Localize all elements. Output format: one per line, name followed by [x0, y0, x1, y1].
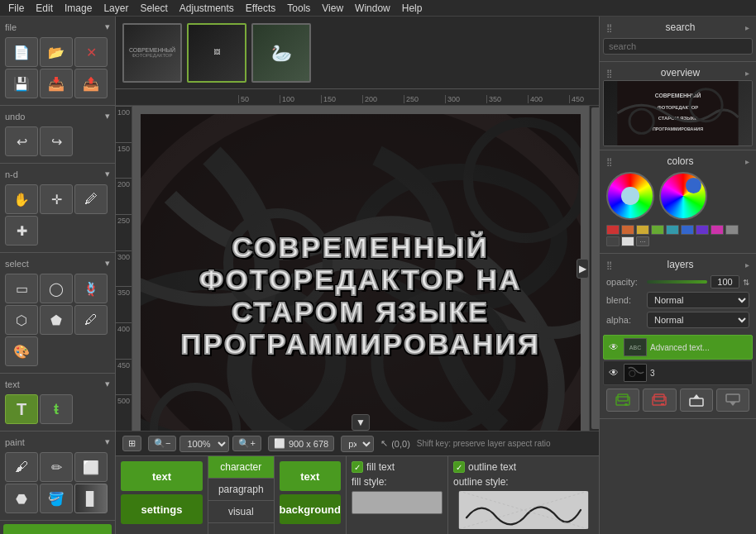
layers-header[interactable]: ⣿ layers ▸: [603, 257, 753, 272]
move-layer-up-button[interactable]: [680, 389, 713, 412]
thumbnail-1[interactable]: СОВРЕМЕННЫЙ ФОТОРЕДАКТОР: [122, 23, 182, 83]
section-header-nd[interactable]: n-d ▾: [2, 167, 113, 181]
bucket-tool[interactable]: 🪣: [40, 484, 73, 513]
layer-eye-icon-1[interactable]: 👁: [607, 341, 620, 354]
text-content-button[interactable]: text: [280, 461, 341, 491]
alpha-select[interactable]: Normal: [647, 312, 749, 328]
redo-button[interactable]: ↪: [40, 126, 73, 156]
text-tool[interactable]: T: [5, 394, 38, 424]
add-layer-button[interactable]: [606, 389, 639, 412]
search-input[interactable]: [603, 38, 753, 55]
swatch-4[interactable]: [666, 225, 679, 235]
layer-eye-icon-2[interactable]: 👁: [607, 366, 620, 379]
thumbnail-3[interactable]: 🦢: [251, 23, 311, 83]
open-file-button[interactable]: 📂: [40, 37, 73, 67]
fill-style-preview[interactable]: [352, 491, 443, 514]
menu-edit[interactable]: Edit: [31, 1, 58, 16]
zoom-in-button[interactable]: 🔍+: [232, 436, 261, 451]
settings-bottom-button[interactable]: settings: [121, 494, 203, 524]
text-panel-button[interactable]: text: [3, 524, 112, 534]
save-as-button[interactable]: 📥: [40, 69, 73, 98]
menu-window[interactable]: Window: [350, 1, 395, 16]
menu-layer[interactable]: Layer: [98, 1, 133, 16]
color-wheel-primary[interactable]: [606, 172, 654, 220]
outline-style-preview[interactable]: [453, 491, 594, 529]
section-header-select[interactable]: select ▾: [2, 256, 113, 270]
thumbnail-2[interactable]: 🖼: [187, 23, 246, 83]
zoom-out-button[interactable]: 🔍−: [148, 436, 176, 451]
swatch-9[interactable]: [606, 236, 620, 246]
section-header-file[interactable]: file ▾: [2, 20, 113, 34]
ellipse-select-tool[interactable]: ◯: [40, 274, 73, 303]
canvas-area[interactable]: СОВРЕМЕННЫЙ ФОТОРЕДАКТОР НА СТАРОМ ЯЗЫКЕ…: [132, 106, 589, 431]
menu-view[interactable]: View: [317, 1, 348, 16]
menu-effects[interactable]: Effects: [241, 1, 280, 16]
outline-text-checkbox[interactable]: ✓: [453, 461, 465, 473]
gradient-tool[interactable]: ▊: [74, 484, 108, 513]
close-file-button[interactable]: ✕: [74, 37, 108, 67]
color-wheel-secondary[interactable]: [659, 172, 707, 220]
color-select-tool[interactable]: 🎨: [5, 336, 38, 366]
search-collapse-icon[interactable]: ▸: [745, 23, 749, 32]
menu-file[interactable]: File: [3, 1, 29, 16]
scroll-down-button[interactable]: ▼: [352, 414, 370, 431]
move-tool[interactable]: ✛: [40, 184, 73, 214]
menu-select[interactable]: Select: [135, 1, 172, 16]
path-tool[interactable]: 🖊: [74, 305, 108, 335]
eyedropper-tool[interactable]: 🖉: [74, 184, 108, 214]
layers-collapse-icon[interactable]: ▸: [745, 260, 749, 269]
move-layer-down-button[interactable]: [716, 389, 749, 412]
export-button[interactable]: 📤: [74, 69, 108, 98]
new-file-button[interactable]: 📄: [5, 37, 38, 67]
menu-tools[interactable]: Tools: [282, 1, 315, 16]
menu-image[interactable]: Image: [60, 1, 97, 16]
overview-header[interactable]: ⣿ overview ▸: [603, 65, 753, 80]
more-swatches-button[interactable]: ···: [636, 236, 649, 246]
menu-help[interactable]: Help: [397, 1, 428, 16]
tab-paragraph[interactable]: paragraph: [208, 479, 274, 501]
delete-layer-button[interactable]: [643, 389, 676, 412]
opacity-arrows[interactable]: ⇅: [743, 278, 749, 287]
zoom-select[interactable]: 100%: [179, 436, 229, 452]
undo-button[interactable]: ↩: [5, 126, 38, 156]
pencil-tool[interactable]: ✏: [40, 452, 73, 482]
rect-select-tool[interactable]: ▭: [5, 274, 38, 303]
scroll-right-button[interactable]: ▶: [577, 259, 589, 279]
section-header-paint[interactable]: paint ▾: [2, 435, 113, 449]
vertical-scrollbar[interactable]: [589, 106, 599, 431]
text-bottom-button[interactable]: text: [121, 461, 203, 491]
section-header-undo[interactable]: undo ▾: [2, 109, 113, 123]
scroll-thumb[interactable]: [591, 107, 599, 429]
swatch-7[interactable]: [711, 225, 724, 235]
tab-visual[interactable]: visual: [208, 501, 274, 523]
menu-adjustments[interactable]: Adjustments: [175, 1, 239, 16]
eraser-tool[interactable]: ⬜: [74, 452, 108, 482]
section-header-text[interactable]: text ▾: [2, 377, 113, 391]
swatch-5[interactable]: [681, 225, 694, 235]
unit-select[interactable]: px: [341, 436, 374, 452]
background-button[interactable]: background: [280, 494, 341, 524]
swatch-1[interactable]: [621, 225, 634, 235]
lasso-tool[interactable]: 🪢: [74, 274, 108, 303]
poly-select-tool[interactable]: ⬡: [5, 305, 38, 335]
layer-item-text[interactable]: 👁 ABC Advanced text...: [603, 335, 753, 360]
opacity-value[interactable]: [711, 275, 739, 288]
colors-collapse-icon[interactable]: ▸: [745, 157, 749, 166]
swatch-10[interactable]: [621, 236, 634, 246]
swatch-6[interactable]: [696, 225, 709, 235]
fill-tool[interactable]: ⬣: [5, 484, 38, 513]
hand-tool[interactable]: ✋: [5, 184, 38, 214]
swatch-3[interactable]: [651, 225, 664, 235]
overview-collapse-icon[interactable]: ▸: [745, 69, 749, 78]
brush-tool[interactable]: 🖌: [5, 452, 38, 482]
crosshair-tool[interactable]: ✚: [5, 216, 38, 246]
swatch-8[interactable]: [725, 225, 739, 235]
colors-header[interactable]: ⣿ colors ▸: [603, 154, 753, 169]
tab-character[interactable]: character: [208, 456, 274, 479]
magic-select-tool[interactable]: ⬟: [40, 305, 73, 335]
layer-item-3[interactable]: 👁 3: [603, 360, 753, 385]
opacity-slider[interactable]: [647, 280, 707, 284]
swatch-2[interactable]: [636, 225, 649, 235]
blend-select[interactable]: Normal: [647, 292, 749, 308]
text-effects-tool[interactable]: ŧ: [40, 394, 73, 424]
